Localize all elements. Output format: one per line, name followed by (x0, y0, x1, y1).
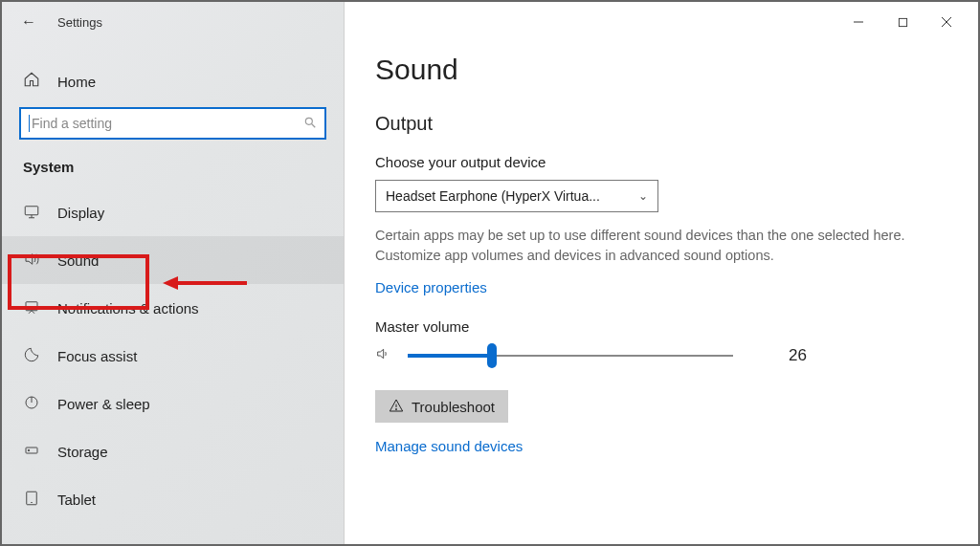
tablet-icon (23, 490, 40, 510)
maximize-button[interactable] (880, 8, 924, 36)
manage-devices-link[interactable]: Manage sound devices (375, 438, 523, 454)
sidebar-item-tablet[interactable]: Tablet (2, 475, 344, 523)
sidebar-item-storage[interactable]: Storage (2, 427, 344, 475)
svg-line-1 (312, 123, 316, 127)
sidebar-item-display[interactable]: Display (2, 188, 344, 236)
power-icon (23, 394, 40, 414)
svg-point-0 (305, 118, 312, 124)
nav-label: Notifications & actions (57, 300, 199, 317)
back-button[interactable]: ← (21, 13, 36, 31)
svg-rect-13 (899, 18, 906, 26)
sidebar-item-notifications[interactable]: Notifications & actions (2, 284, 344, 332)
sidebar-item-home[interactable]: Home (2, 59, 344, 107)
nav-label: Power & sleep (57, 396, 150, 412)
warning-icon (389, 398, 404, 416)
page-title: Sound (375, 54, 947, 86)
sidebar: ← Settings Home System Display Soun (2, 2, 345, 544)
device-properties-link[interactable]: Device properties (375, 279, 487, 295)
minimize-button[interactable] (836, 8, 880, 36)
chevron-down-icon: ⌄ (638, 189, 648, 203)
troubleshoot-button[interactable]: Troubleshoot (375, 390, 508, 423)
display-icon (23, 203, 40, 223)
svg-point-9 (28, 449, 30, 451)
nav-label: Storage (57, 444, 108, 460)
master-volume-slider[interactable] (408, 344, 733, 367)
nav-label: Sound (57, 252, 99, 269)
nav-label: Display (57, 205, 104, 221)
close-button[interactable] (924, 8, 969, 36)
choose-output-label: Choose your output device (375, 154, 947, 170)
svg-rect-5 (26, 301, 37, 310)
home-label: Home (57, 74, 96, 90)
sound-icon (23, 251, 40, 271)
slider-thumb[interactable] (487, 343, 497, 368)
search-input[interactable] (19, 107, 326, 140)
search-field[interactable] (32, 116, 303, 131)
sidebar-item-focus[interactable]: Focus assist (2, 332, 344, 380)
notifications-icon (23, 298, 40, 318)
output-device-select[interactable]: Headset Earphone (HyperX Virtua... ⌄ (375, 180, 658, 212)
master-volume-value: 26 (789, 346, 807, 365)
troubleshoot-label: Troubleshoot (412, 399, 495, 415)
sidebar-item-sound[interactable]: Sound (2, 236, 344, 284)
focus-icon (23, 346, 40, 366)
nav-label: Focus assist (57, 348, 137, 364)
selected-device-text: Headset Earphone (HyperX Virtua... (386, 188, 600, 204)
svg-point-17 (395, 408, 396, 409)
section-title: System (2, 159, 344, 188)
storage-icon (23, 442, 40, 462)
master-volume-label: Master volume (375, 318, 947, 335)
svg-rect-2 (25, 206, 38, 214)
output-header: Output (375, 113, 947, 135)
nav-label: Tablet (57, 491, 96, 508)
output-explanation: Certain apps may be set up to use differ… (375, 226, 911, 266)
nav-list: Display Sound Notifications & actions Fo… (2, 188, 344, 544)
content-area: Sound Output Choose your output device H… (345, 2, 978, 544)
app-title: Settings (57, 15, 102, 30)
search-icon (303, 116, 317, 132)
speaker-icon[interactable] (375, 346, 390, 365)
window-controls (836, 8, 969, 36)
home-icon (23, 71, 40, 92)
sidebar-item-power[interactable]: Power & sleep (2, 380, 344, 427)
